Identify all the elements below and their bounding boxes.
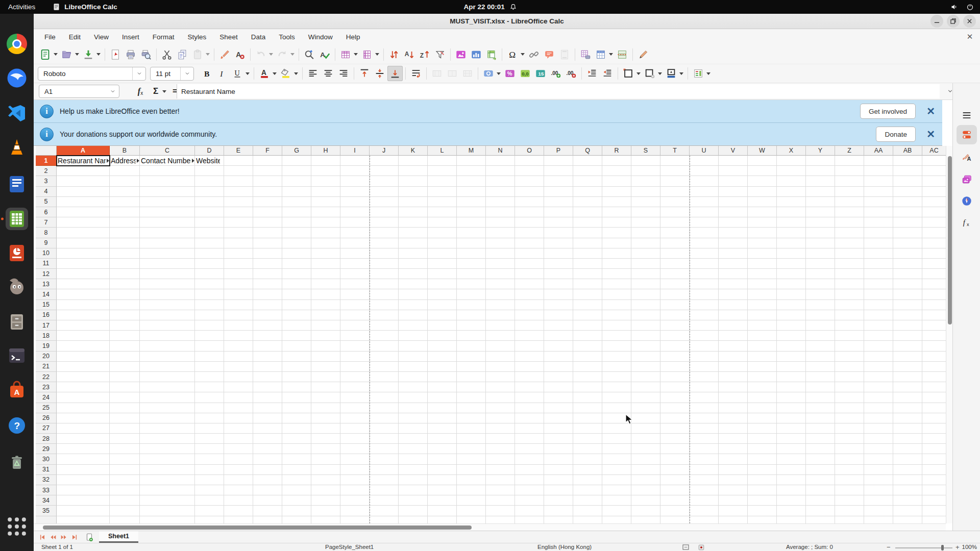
freeze-panes-button[interactable]	[593, 47, 608, 62]
cell-W36[interactable]	[748, 516, 777, 523]
border-color-dropdown-icon[interactable]	[679, 72, 683, 75]
cell-AB31[interactable]	[893, 465, 922, 475]
cell-R15[interactable]	[602, 300, 631, 310]
cell-N32[interactable]	[486, 475, 515, 485]
cell-F4[interactable]	[253, 187, 282, 197]
cell-E36[interactable]	[224, 516, 253, 523]
cell-F13[interactable]	[253, 279, 282, 289]
row-header-11[interactable]: 11	[36, 259, 57, 269]
cell-AB28[interactable]	[893, 434, 922, 444]
cell-M8[interactable]	[457, 228, 486, 238]
menu-edit[interactable]: Edit	[62, 31, 87, 43]
cell-X24[interactable]	[777, 392, 806, 403]
row-header-30[interactable]: 30	[36, 454, 57, 464]
conditional-formatting-dropdown-icon[interactable]	[706, 72, 710, 75]
row-dropdown-icon[interactable]	[354, 53, 358, 56]
cell-E24[interactable]	[224, 392, 253, 403]
cell-A16[interactable]	[57, 310, 110, 320]
cell-F23[interactable]	[253, 382, 282, 392]
cell-I20[interactable]	[340, 352, 370, 362]
cell-Z33[interactable]	[835, 485, 864, 495]
cell-D35[interactable]	[195, 506, 224, 516]
cell-AB10[interactable]	[893, 248, 922, 259]
cell-AC6[interactable]	[922, 207, 946, 217]
language-status[interactable]: English (Hong Kong)	[537, 544, 592, 550]
row-header-19[interactable]: 19	[36, 341, 57, 351]
cell-Z14[interactable]	[835, 289, 864, 299]
cell-C33[interactable]	[140, 485, 195, 495]
font-color-dropdown-icon[interactable]	[273, 72, 277, 75]
row-header-7[interactable]: 7	[36, 217, 57, 228]
column-header-R[interactable]: R	[602, 146, 631, 156]
cell-P25[interactable]	[544, 403, 573, 413]
cell-J36[interactable]	[370, 516, 399, 523]
cell-W32[interactable]	[748, 475, 777, 485]
cell-A14[interactable]	[57, 289, 110, 299]
cell-E33[interactable]	[224, 485, 253, 495]
font-size-dropdown-icon[interactable]	[180, 67, 193, 80]
cell-K13[interactable]	[399, 279, 428, 289]
cell-A11[interactable]	[57, 259, 110, 269]
cell-E32[interactable]	[224, 475, 253, 485]
cell-I22[interactable]	[340, 372, 370, 382]
cell-W17[interactable]	[748, 320, 777, 331]
cell-E35[interactable]	[224, 506, 253, 516]
cell-O7[interactable]	[515, 217, 544, 228]
cell-N19[interactable]	[486, 341, 515, 351]
cell-O36[interactable]	[515, 516, 544, 523]
cell-E30[interactable]	[224, 454, 253, 464]
cell-D3[interactable]	[195, 176, 224, 186]
cell-H18[interactable]	[311, 331, 340, 341]
format-currency-button[interactable]	[481, 66, 496, 81]
cell-I26[interactable]	[340, 413, 370, 423]
cell-X17[interactable]	[777, 320, 806, 331]
page-style-status[interactable]: PageStyle_Sheet1	[325, 544, 374, 550]
cell-X5[interactable]	[777, 197, 806, 207]
cell-W30[interactable]	[748, 454, 777, 464]
cell-U27[interactable]	[690, 423, 719, 434]
cell-AA10[interactable]	[864, 248, 893, 259]
cell-N18[interactable]	[486, 331, 515, 341]
cell-W12[interactable]	[748, 269, 777, 279]
cell-L17[interactable]	[428, 320, 457, 331]
cell-AB7[interactable]	[893, 217, 922, 228]
cell-H23[interactable]	[311, 382, 340, 392]
cell-U29[interactable]	[690, 444, 719, 454]
cell-Y17[interactable]	[806, 320, 835, 331]
cell-I24[interactable]	[340, 392, 370, 403]
cell-F32[interactable]	[253, 475, 282, 485]
cell-F7[interactable]	[253, 217, 282, 228]
print-preview-button[interactable]	[138, 47, 154, 62]
cell-AB34[interactable]	[893, 495, 922, 506]
cell-P15[interactable]	[544, 300, 573, 310]
cell-F5[interactable]	[253, 197, 282, 207]
cell-Q5[interactable]	[573, 197, 602, 207]
row-header-3[interactable]: 3	[36, 176, 57, 186]
add-decimal-button[interactable]: .00	[548, 66, 564, 81]
cell-O25[interactable]	[515, 403, 544, 413]
cell-P18[interactable]	[544, 331, 573, 341]
cell-L18[interactable]	[428, 331, 457, 341]
cell-Y26[interactable]	[806, 413, 835, 423]
cell-C29[interactable]	[140, 444, 195, 454]
cell-U24[interactable]	[690, 392, 719, 403]
cell-AB18[interactable]	[893, 331, 922, 341]
cell-AA6[interactable]	[864, 207, 893, 217]
cell-D32[interactable]	[195, 475, 224, 485]
cell-N16[interactable]	[486, 310, 515, 320]
close-infobar-icon[interactable]: ✕	[926, 105, 935, 117]
cell-K28[interactable]	[399, 434, 428, 444]
cell-G29[interactable]	[282, 444, 311, 454]
cell-B25[interactable]	[110, 403, 140, 413]
cell-T5[interactable]	[660, 197, 690, 207]
cell-G30[interactable]	[282, 454, 311, 464]
cell-D22[interactable]	[195, 372, 224, 382]
cell-L10[interactable]	[428, 248, 457, 259]
open-button[interactable]	[59, 47, 75, 62]
cell-K20[interactable]	[399, 352, 428, 362]
cell-V11[interactable]	[719, 259, 748, 269]
cell-AC10[interactable]	[922, 248, 946, 259]
cell-AC32[interactable]	[922, 475, 946, 485]
cell-D28[interactable]	[195, 434, 224, 444]
cell-S31[interactable]	[631, 465, 660, 475]
